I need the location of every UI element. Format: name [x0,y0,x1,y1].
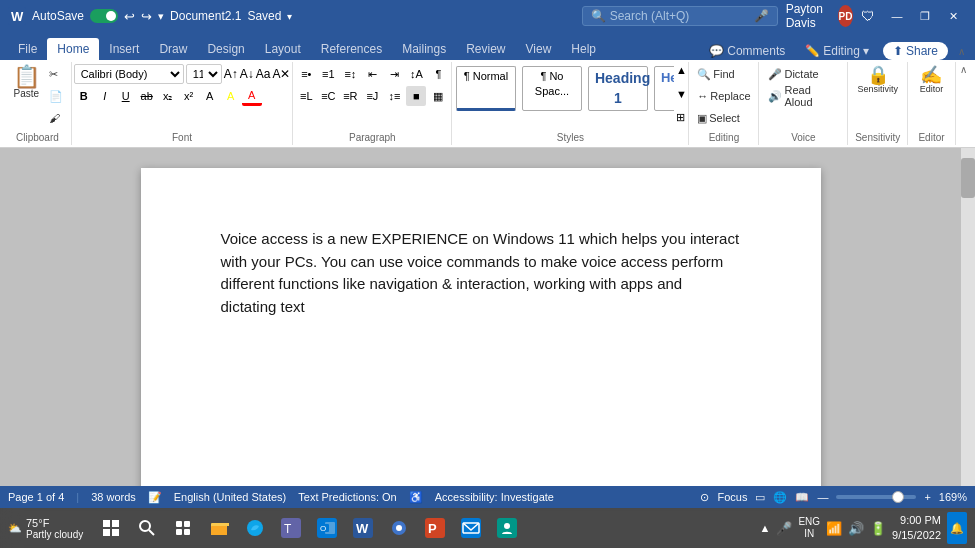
zoom-slider[interactable] [836,495,916,499]
tab-review[interactable]: Review [456,38,515,60]
tray-expand-icon[interactable]: ▲ [760,522,771,534]
read-aloud-button[interactable]: 🔊 Read Aloud [765,86,841,106]
taskbar-mail[interactable] [455,512,487,544]
subscript-button[interactable]: x₂ [158,86,178,106]
bold-button[interactable]: B [74,86,94,106]
styles-scroll-up[interactable]: ▲ [676,64,687,76]
saved-dropdown-icon[interactable]: ▾ [287,11,292,22]
volume-icon[interactable]: 🔊 [848,521,864,536]
weather-widget[interactable]: ⛅ 75°F Partly cloudy [8,517,83,540]
focus-label[interactable]: Focus [717,491,747,503]
text-effects-button[interactable]: A [200,86,220,106]
scrollbar-vertical[interactable] [961,148,975,486]
quick-access-icon[interactable]: ▾ [158,10,164,23]
styles-scroll-down[interactable]: ▼ [676,88,687,100]
wifi-icon[interactable]: 📶 [826,521,842,536]
tab-home[interactable]: Home [47,38,99,60]
taskbar-teams[interactable]: T [275,512,307,544]
format-painter-button[interactable]: 🖌 [46,108,66,128]
comments-button[interactable]: 💬 Comments [703,42,791,60]
tab-view[interactable]: View [516,38,562,60]
style-heading1[interactable]: Heading 1 [588,66,648,111]
taskbar-voice[interactable] [491,512,523,544]
tab-layout[interactable]: Layout [255,38,311,60]
tab-insert[interactable]: Insert [99,38,149,60]
lang-indicator[interactable]: ENG IN [798,516,820,540]
taskbar-file-explorer[interactable] [203,512,235,544]
task-view-button[interactable] [167,512,199,544]
windows-button[interactable] [95,512,127,544]
taskbar-settings[interactable] [383,512,415,544]
zoom-in-button[interactable]: + [924,491,930,503]
document-page[interactable]: Voice access is a new EXPERIENCE on Wind… [141,168,821,486]
replace-button[interactable]: ↔ Replace [694,86,753,106]
document-scroll[interactable]: Voice access is a new EXPERIENCE on Wind… [0,148,961,486]
taskbar-outlook[interactable]: O [311,512,343,544]
text-predictions-status[interactable]: Text Predictions: On [298,491,396,503]
minimize-button[interactable]: — [883,0,911,32]
shield-icon[interactable]: 🛡 [861,8,875,24]
sensitivity-button[interactable]: 🔒 Sensitivity [853,64,902,96]
autosave-toggle[interactable] [90,9,118,23]
grow-font-icon[interactable]: A↑ [224,67,238,81]
superscript-button[interactable]: x² [179,86,199,106]
paste-button[interactable]: 📋 Paste [9,64,44,101]
mic-icon[interactable]: 🎤 [754,9,769,23]
taskbar-word[interactable]: W [347,512,379,544]
redo-icon[interactable]: ↪ [141,9,152,24]
notification-icon[interactable]: 🔔 [947,512,967,544]
share-button[interactable]: ⬆ Share [883,42,948,60]
justify-button[interactable]: ≡J [362,86,382,106]
numbering-button[interactable]: ≡1 [318,64,338,84]
copy-button[interactable]: 📄 [46,86,66,106]
zoom-out-button[interactable]: — [817,491,828,503]
italic-button[interactable]: I [95,86,115,106]
decrease-indent-button[interactable]: ⇤ [362,64,382,84]
text-highlight-button[interactable]: A [221,86,241,106]
bullets-button[interactable]: ≡• [296,64,316,84]
editor-button[interactable]: ✍ Editor [916,64,948,96]
view-web-icon[interactable]: 🌐 [773,491,787,504]
undo-icon[interactable]: ↩ [124,9,135,24]
tab-help[interactable]: Help [561,38,606,60]
shrink-font-icon[interactable]: A↓ [240,67,254,81]
editing-dropdown[interactable]: ✏️ Editing ▾ [799,42,875,60]
zoom-slider-thumb[interactable] [892,491,904,503]
search-button[interactable] [131,512,163,544]
styles-expand[interactable]: ⊞ [676,111,687,124]
mic-tray-icon[interactable]: 🎤 [776,521,792,536]
collapse-ribbon-button[interactable]: ∧ [956,46,967,57]
taskbar-powerpoint[interactable]: P [419,512,451,544]
cut-button[interactable]: ✂ [46,64,66,84]
close-button[interactable]: ✕ [939,0,967,32]
font-name-select[interactable]: Calibri (Body) [74,64,184,84]
find-button[interactable]: 🔍 Find [694,64,737,84]
collapse-ribbon-icon[interactable]: ∧ [958,64,969,75]
tab-mailings[interactable]: Mailings [392,38,456,60]
font-size-select[interactable]: 11 [186,64,222,84]
restore-button[interactable]: ❐ [911,0,939,32]
system-clock[interactable]: 9:00 PM 9/15/2022 [892,513,941,544]
increase-indent-button[interactable]: ⇥ [384,64,404,84]
tab-design[interactable]: Design [197,38,254,60]
underline-button[interactable]: U [116,86,136,106]
align-center-button[interactable]: ≡C [318,86,338,106]
align-right-button[interactable]: ≡R [340,86,360,106]
search-input[interactable] [610,9,750,23]
show-formatting-button[interactable]: ¶ [428,64,448,84]
battery-icon[interactable]: 🔋 [870,521,886,536]
clear-format-icon[interactable]: A✕ [272,67,290,81]
multilevel-button[interactable]: ≡↕ [340,64,360,84]
taskbar-edge[interactable] [239,512,271,544]
search-box[interactable]: 🔍 🎤 [582,6,778,26]
user-avatar[interactable]: PD [838,5,853,27]
tab-references[interactable]: References [311,38,392,60]
style-heading2[interactable]: Heading 2 [654,66,674,111]
view-read-icon[interactable]: 📖 [795,491,809,504]
shading-button[interactable]: ■ [406,86,426,106]
sort-button[interactable]: ↕A [406,64,426,84]
style-no-spacing[interactable]: ¶ No Spac... [522,66,582,111]
align-left-button[interactable]: ≡L [296,86,316,106]
borders-button[interactable]: ▦ [428,86,448,106]
language-status[interactable]: English (United States) [174,491,287,503]
